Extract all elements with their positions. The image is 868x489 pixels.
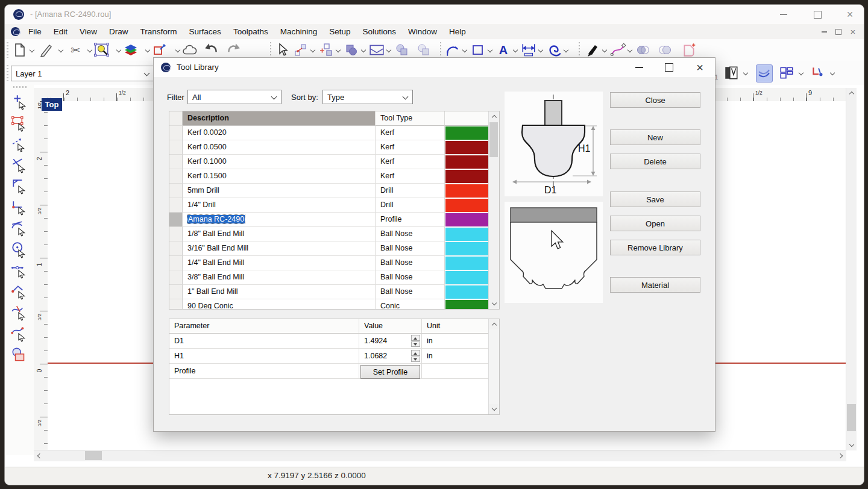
node-edit-button[interactable] [293, 42, 309, 58]
tool-table-scroll-thumb[interactable] [489, 122, 498, 157]
rectangle-tool-dropdown[interactable] [486, 42, 494, 58]
set-profile-button[interactable]: Set Profile [360, 365, 420, 379]
select-rect-tool[interactable] [11, 115, 28, 132]
menu-file[interactable]: File [22, 27, 48, 36]
contour-shapes-tool[interactable] [11, 347, 28, 364]
minimize-button[interactable] [770, 5, 797, 24]
layout-panels-dropdown[interactable] [797, 64, 805, 81]
undo-button[interactable] [204, 42, 219, 58]
vertical-scrollbar[interactable] [846, 88, 857, 450]
chevron-down-icon[interactable] [400, 90, 412, 104]
align-nodes-button[interactable] [318, 42, 334, 58]
h1-spinner[interactable] [411, 350, 420, 362]
menu-help[interactable]: Help [443, 27, 472, 36]
ungroup-button[interactable] [416, 42, 432, 58]
tool-row[interactable]: 1/4" DrillDrill [169, 198, 499, 213]
menu-machining[interactable]: Machining [274, 27, 324, 36]
layout-panels-button[interactable] [779, 64, 794, 81]
post-output-button[interactable] [810, 64, 826, 81]
material-button[interactable]: Material [610, 277, 700, 293]
chamfer-tool-button[interactable] [657, 42, 673, 58]
tool-row[interactable]: 1/4" Ball End MillBall Nose [169, 256, 499, 270]
menu-solutions[interactable]: Solutions [357, 27, 403, 36]
select-arrow-button[interactable] [275, 42, 291, 58]
align-nodes-dropdown[interactable] [334, 42, 342, 58]
curve-tool-dropdown[interactable] [626, 42, 634, 58]
edit-box-dropdown[interactable] [174, 42, 182, 58]
midpoint-snap-tool[interactable] [11, 263, 28, 279]
tool-row[interactable]: Kerf 0.0020Kerf [169, 126, 499, 140]
group-button[interactable] [394, 42, 410, 58]
scroll-down-icon[interactable] [489, 299, 498, 309]
d1-spinner[interactable] [411, 335, 420, 347]
pencil-tool-dropdown[interactable] [57, 42, 65, 58]
cut-tool-button[interactable]: ✂ [68, 42, 83, 58]
zoom-dropdown[interactable] [115, 42, 123, 58]
remove-library-button[interactable]: Remove Library [610, 240, 700, 255]
spiral-tool-dropdown[interactable] [562, 42, 570, 58]
scroll-up-icon[interactable] [489, 111, 498, 122]
maximize-button[interactable] [804, 5, 831, 24]
menu-transform[interactable]: Transform [134, 27, 183, 36]
mdi-minimize-button[interactable] [819, 26, 829, 37]
mdi-close-button[interactable]: × [848, 26, 858, 37]
tool-row[interactable]: 1" Ball End MillBall Nose [169, 285, 499, 299]
mdi-restore-button[interactable] [833, 26, 844, 37]
dialog-maximize-button[interactable] [660, 59, 678, 76]
node-edit-dropdown[interactable] [309, 42, 317, 58]
dialog-minimize-button[interactable] [630, 59, 648, 76]
endpoint-snap-tool[interactable] [11, 284, 28, 301]
text-tool-button[interactable]: A [495, 42, 511, 58]
palette-grip[interactable] [13, 86, 27, 88]
toolbar-grip[interactable] [7, 65, 8, 81]
material-book-button[interactable] [723, 64, 739, 81]
parameter-table-scrollbar[interactable] [488, 319, 499, 414]
tool-row[interactable]: 1/8" Ball End MillBall Nose [169, 227, 499, 241]
menu-surfaces[interactable]: Surfaces [183, 27, 227, 36]
material-book-dropdown[interactable] [741, 64, 750, 81]
tool-row[interactable]: 3/8" Ball End MillBall Nose [169, 270, 499, 285]
pencil-tool-button[interactable] [39, 42, 54, 58]
corner-snap-tool[interactable] [11, 199, 28, 216]
menu-toolpaths[interactable]: Toolpaths [227, 27, 274, 36]
zoom-selection-button[interactable] [94, 42, 110, 58]
tool-row-selected[interactable]: Amana RC-2490Profile [169, 213, 499, 227]
delete-tool-button[interactable]: Delete [610, 154, 700, 169]
offset-shape-button[interactable] [681, 42, 697, 58]
layers-stack-button[interactable] [123, 42, 139, 58]
tool-row[interactable]: Kerf 0.1500Kerf [169, 169, 499, 184]
scroll-down-icon[interactable] [846, 440, 857, 450]
layers-dropdown[interactable] [143, 42, 152, 58]
rectangle-tool-button[interactable] [470, 42, 486, 58]
close-library-button[interactable]: Close [610, 92, 700, 108]
dialog-title-bar[interactable]: Tool Library × [154, 58, 715, 77]
spinner-down-icon[interactable] [411, 357, 420, 363]
h1-value-field[interactable]: 1.0682 [359, 349, 422, 364]
cut-tool-dropdown[interactable] [86, 42, 94, 58]
post-output-dropdown[interactable] [828, 64, 837, 81]
center-snap-tool[interactable] [11, 241, 28, 258]
scroll-left-icon[interactable] [34, 450, 44, 461]
chevron-down-icon[interactable] [142, 66, 154, 81]
new-tool-button[interactable]: New [610, 129, 700, 145]
cloud-button[interactable] [182, 42, 198, 58]
boolean-shapes-button[interactable] [344, 42, 359, 58]
horizontal-scrollbar[interactable] [34, 450, 846, 461]
spiral-tool-button[interactable] [546, 42, 562, 58]
curve-edit-tool[interactable] [11, 326, 28, 343]
open-library-button[interactable]: Open [610, 216, 700, 231]
menu-view[interactable]: View [74, 27, 103, 36]
scroll-up-icon[interactable] [489, 319, 498, 329]
toolbar-grip[interactable] [7, 42, 8, 58]
tool-type-header[interactable]: Tool Type [376, 111, 445, 126]
vertical-scroll-thumb[interactable] [847, 404, 856, 431]
tool-row[interactable]: Kerf 0.0500Kerf [169, 140, 499, 155]
envelope-dropdown[interactable] [385, 42, 393, 58]
save-library-button[interactable]: Save [610, 192, 700, 207]
knife-tool-button[interactable] [585, 42, 600, 58]
menu-draw[interactable]: Draw [103, 27, 134, 36]
perpendicular-snap-tool[interactable] [11, 178, 28, 195]
scroll-down-icon[interactable] [489, 404, 498, 414]
spinner-up-icon[interactable] [411, 350, 420, 356]
pick-point-tool[interactable] [11, 94, 28, 111]
